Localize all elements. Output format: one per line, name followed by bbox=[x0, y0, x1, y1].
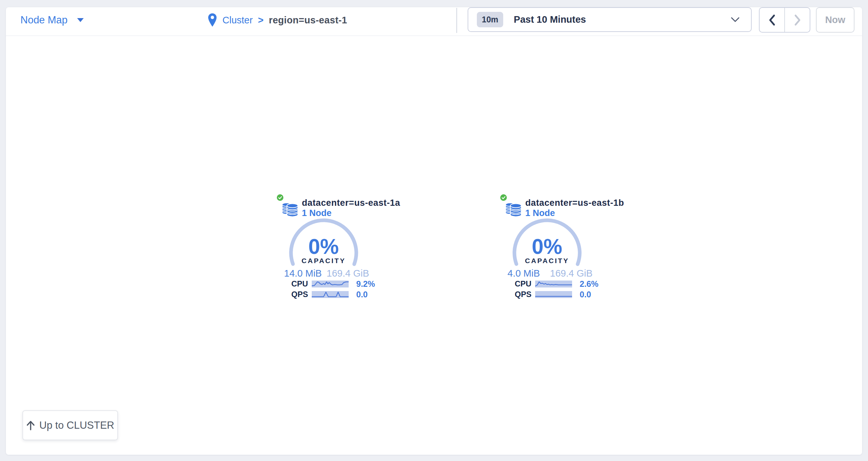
qps-label: QPS bbox=[515, 290, 535, 299]
cpu-sparkline bbox=[535, 281, 572, 288]
cpu-metric-row: CPU 2.6% bbox=[515, 280, 598, 288]
view-selector-label: Node Map bbox=[21, 14, 67, 26]
datacenter-title: datacenter=us-east-1a bbox=[302, 198, 400, 208]
time-nav-arrows bbox=[759, 7, 810, 33]
time-back-button[interactable] bbox=[760, 8, 784, 32]
arrow-up-icon bbox=[26, 420, 35, 431]
now-button[interactable]: Now bbox=[816, 7, 855, 33]
database-stack-icon bbox=[282, 201, 298, 217]
qps-metric-row: QPS 0.0 bbox=[515, 291, 591, 298]
qps-metric-row: QPS 0.0 bbox=[291, 291, 368, 298]
qps-sparkline bbox=[535, 291, 572, 298]
chevron-right-icon bbox=[793, 13, 802, 27]
qps-value: 0.0 bbox=[356, 290, 368, 299]
chevron-down-icon bbox=[731, 17, 740, 23]
database-stack-icon bbox=[505, 201, 522, 217]
datacenter-card-us-east-1a[interactable]: datacenter=us-east-1a 1 Node 0% CAPACITY… bbox=[276, 194, 372, 305]
check-icon bbox=[501, 195, 506, 200]
capacity-values-row: 14.0 MiB 169.4 GiB bbox=[284, 268, 369, 279]
cpu-value: 9.2% bbox=[356, 279, 375, 289]
capacity-total: 169.4 GiB bbox=[550, 268, 592, 279]
view-selector-dropdown[interactable]: Node Map bbox=[21, 7, 84, 33]
top-bar: Node Map Cluster > region=us-east-1 10m … bbox=[6, 7, 862, 36]
cpu-label: CPU bbox=[291, 279, 312, 289]
main-panel: Node Map Cluster > region=us-east-1 10m … bbox=[6, 7, 862, 455]
qps-label: QPS bbox=[291, 290, 312, 299]
breadcrumb: Cluster > region=us-east-1 bbox=[208, 7, 347, 33]
capacity-percent: 0% bbox=[287, 234, 360, 259]
capacity-values-row: 4.0 MiB 169.4 GiB bbox=[507, 268, 592, 279]
breadcrumb-cluster-link[interactable]: Cluster bbox=[222, 15, 253, 26]
healthy-status-badge bbox=[499, 193, 508, 202]
header-divider bbox=[457, 8, 457, 33]
datacenter-icon-wrap bbox=[505, 201, 522, 217]
time-range-dropdown[interactable]: 10m Past 10 Minutes bbox=[468, 7, 752, 32]
capacity-label: CAPACITY bbox=[287, 257, 360, 265]
healthy-status-badge bbox=[276, 193, 284, 202]
time-range-badge: 10m bbox=[477, 12, 503, 27]
capacity-label: CAPACITY bbox=[511, 257, 583, 265]
time-forward-button[interactable] bbox=[784, 8, 810, 32]
time-range-label: Past 10 Minutes bbox=[514, 14, 586, 25]
capacity-percent: 0% bbox=[511, 234, 583, 259]
caret-down-icon bbox=[77, 18, 84, 22]
datacenter-title: datacenter=us-east-1b bbox=[525, 198, 624, 208]
breadcrumb-current: region=us-east-1 bbox=[269, 15, 347, 26]
datacenter-card-us-east-1b[interactable]: datacenter=us-east-1b 1 Node 0% CAPACITY… bbox=[500, 194, 596, 305]
capacity-used: 14.0 MiB bbox=[284, 268, 322, 279]
capacity-used: 4.0 MiB bbox=[507, 268, 540, 279]
breadcrumb-separator: > bbox=[258, 15, 264, 26]
capacity-total: 169.4 GiB bbox=[327, 268, 369, 279]
cpu-sparkline bbox=[312, 281, 349, 288]
chevron-left-icon bbox=[768, 13, 776, 27]
cpu-metric-row: CPU 9.2% bbox=[291, 280, 375, 288]
location-pin-icon bbox=[208, 13, 217, 27]
qps-sparkline bbox=[312, 291, 349, 298]
up-to-cluster-label: Up to CLUSTER bbox=[39, 420, 114, 431]
header-bottom-rule bbox=[6, 36, 862, 36]
qps-value: 0.0 bbox=[580, 290, 591, 299]
up-to-cluster-button[interactable]: Up to CLUSTER bbox=[23, 410, 118, 440]
check-icon bbox=[277, 195, 283, 200]
cpu-label: CPU bbox=[515, 279, 535, 289]
cpu-value: 2.6% bbox=[580, 279, 598, 289]
datacenter-icon-wrap bbox=[282, 201, 298, 217]
